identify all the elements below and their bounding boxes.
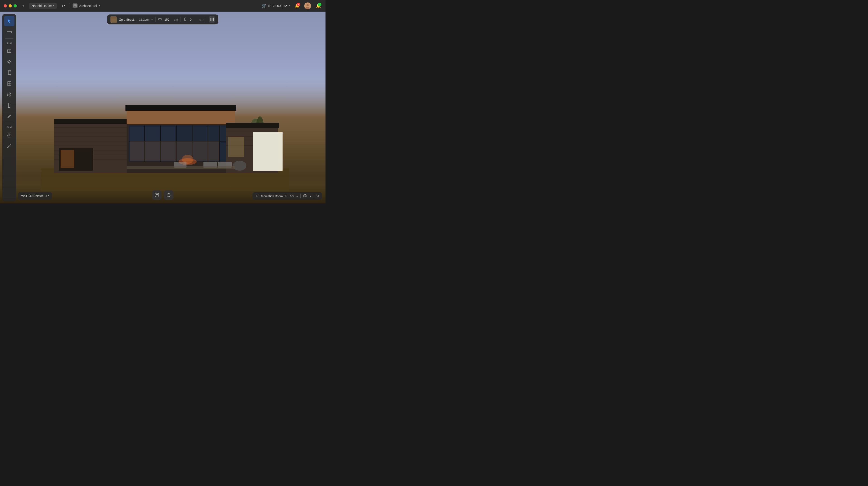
cart-price: $ 123.599,12 <box>268 4 287 8</box>
main-canvas-area: BIM <box>0 12 326 204</box>
height-value: 0 <box>190 18 197 21</box>
floor-level: -1 <box>255 194 258 198</box>
bar-divider-3 <box>206 17 206 22</box>
tool-object3d[interactable] <box>4 89 14 100</box>
home-button[interactable]: ⌂ <box>20 2 26 9</box>
svg-rect-23 <box>125 105 236 111</box>
svg-rect-39 <box>226 123 279 128</box>
toolbar-divider-2 <box>5 123 13 123</box>
height-icon <box>184 18 187 22</box>
tool-stairs[interactable] <box>4 141 14 151</box>
material-size: 11.2cm <box>139 18 149 21</box>
svg-rect-78 <box>159 19 161 20</box>
tool-beam[interactable] <box>4 100 14 111</box>
undo-button[interactable]: ↩ <box>60 2 67 9</box>
width-value: 150 <box>164 18 171 21</box>
cart-chevron: ▾ <box>289 4 290 7</box>
svg-rect-3 <box>75 6 76 7</box>
svg-rect-47 <box>228 137 244 157</box>
mode-icon <box>72 3 78 8</box>
height-unit: cm <box>199 18 203 21</box>
maximize-button[interactable] <box>13 4 17 7</box>
view-3d-button[interactable] <box>152 190 162 200</box>
close-button[interactable] <box>4 4 7 7</box>
view-mode-label: 3D <box>290 194 294 198</box>
bottom-center-controls <box>152 190 174 200</box>
status-undo-button[interactable]: ↩ <box>46 194 49 198</box>
minimize-button[interactable] <box>8 4 12 7</box>
alert-button[interactable]: 🔔 <box>315 2 322 9</box>
tool-walls[interactable] <box>4 46 14 56</box>
undo-icon: ↩ <box>61 3 65 8</box>
tool-layers[interactable] <box>4 57 14 67</box>
status-badge <box>318 3 321 6</box>
titlebar: ⌂ Nairobi House ▾ ↩ Architectural ▾ 🛒 $ … <box>0 0 326 12</box>
width-icon <box>158 18 162 22</box>
cart-icon: 🛒 <box>261 3 267 8</box>
svg-rect-81 <box>185 18 186 21</box>
rotate-view-button[interactable] <box>164 190 174 200</box>
settings-button[interactable]: ⚙ <box>316 194 319 198</box>
svg-point-5 <box>307 4 309 6</box>
house-scene <box>23 96 307 191</box>
svg-rect-68 <box>8 103 10 108</box>
rotate-icon[interactable]: ↻ <box>285 194 288 198</box>
svg-rect-2 <box>74 6 75 7</box>
material-name: Zuru Struct... <box>119 18 136 21</box>
svg-rect-1 <box>75 4 76 6</box>
svg-rect-57 <box>11 31 12 33</box>
svg-rect-49 <box>61 150 74 168</box>
svg-rect-62 <box>8 71 10 74</box>
tool-measure[interactable] <box>4 27 14 37</box>
room-name: Recreation Room <box>260 194 283 198</box>
cart-area[interactable]: 🛒 $ 123.599,12 ▾ <box>261 3 290 8</box>
svg-rect-0 <box>74 4 75 6</box>
svg-rect-85 <box>212 18 214 21</box>
material-dropdown[interactable]: ▾ <box>151 18 153 21</box>
building-expand-toggle[interactable]: ▲ <box>309 195 311 198</box>
tool-select[interactable] <box>4 16 14 26</box>
left-toolbar: BIM <box>2 14 16 201</box>
view-mode-toggle[interactable]: ▲ <box>296 195 298 198</box>
svg-rect-46 <box>253 132 283 171</box>
bim-label-1: BIM <box>4 40 14 45</box>
notification-badge: 3 <box>297 3 300 6</box>
view-split-toggle[interactable] <box>209 16 215 23</box>
project-selector[interactable]: Nairobi House ▾ <box>29 3 57 9</box>
material-thumbnail[interactable] <box>110 16 117 23</box>
home-icon: ⌂ <box>22 3 24 8</box>
tool-column[interactable] <box>4 68 14 78</box>
svg-rect-90 <box>304 196 306 197</box>
project-name: Nairobi House <box>32 4 52 8</box>
svg-rect-24 <box>127 111 235 124</box>
building-icon[interactable] <box>303 193 307 199</box>
bar-divider-1 <box>155 17 156 22</box>
width-unit: cm <box>174 18 178 21</box>
svg-point-52 <box>233 161 246 171</box>
svg-rect-35 <box>130 141 219 161</box>
notification-button[interactable]: 🔔 3 <box>293 2 301 9</box>
br-divider-2 <box>314 194 314 198</box>
svg-rect-63 <box>8 74 11 75</box>
svg-rect-56 <box>7 31 7 33</box>
svg-rect-84 <box>211 18 212 21</box>
mode-selector[interactable]: Architectural ▾ <box>72 3 100 8</box>
tool-hand[interactable] <box>4 130 14 141</box>
material-toolbar: Zuru Struct... 11.2cm ▾ 150 cm 0 cm <box>107 14 218 24</box>
tool-pencil[interactable] <box>4 111 14 121</box>
toolbar-divider-1 <box>5 38 13 39</box>
tool-window[interactable] <box>4 79 14 89</box>
svg-line-71 <box>10 115 10 116</box>
user-avatar[interactable] <box>304 2 311 9</box>
status-text: Wall 349 Deleted <box>21 194 43 198</box>
status-bar: Wall 349 Deleted ↩ <box>18 192 52 200</box>
project-chevron: ▾ <box>53 4 54 7</box>
titlebar-right: 🛒 $ 123.599,12 ▾ 🔔 3 🔔 <box>261 2 322 9</box>
bim-label-2: BIM <box>4 124 14 130</box>
svg-rect-72 <box>111 17 117 23</box>
bar-divider-2 <box>181 17 181 22</box>
svg-rect-54 <box>127 166 235 169</box>
mode-label: Architectural <box>79 4 97 8</box>
svg-rect-55 <box>7 31 12 32</box>
mode-chevron: ▾ <box>99 4 100 7</box>
